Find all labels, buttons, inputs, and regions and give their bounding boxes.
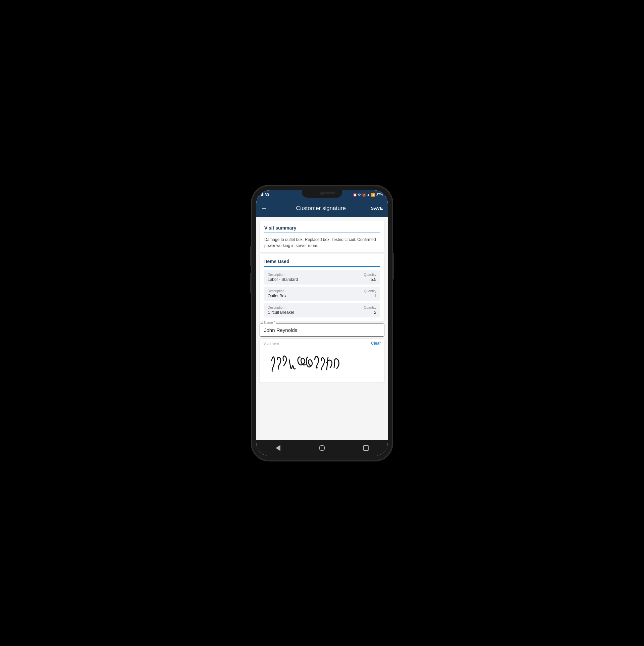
item-2-desc-label: Description <box>268 289 286 293</box>
speaker <box>322 192 335 194</box>
page-title: Customer signature <box>271 205 371 212</box>
status-icons: ⏰ ⚙ 🔕 ▲ 📶 <box>353 193 375 197</box>
app-bar: ← Customer signature SAVE <box>256 200 388 217</box>
visit-summary-card: Visit summary Damage to outlet box. Repl… <box>260 220 384 252</box>
home-icon <box>319 445 325 451</box>
volume-up-button[interactable] <box>250 246 252 266</box>
item-1-quantity-col: Quantity 5.5 <box>364 273 376 282</box>
volume-down-button[interactable] <box>250 273 252 293</box>
back-icon <box>276 445 280 451</box>
item-row-2: Description Outlet Box Quantity 1 <box>264 287 380 301</box>
back-button[interactable]: ← <box>261 204 268 212</box>
name-field-wrapper: Name * <box>260 324 384 337</box>
signature-area[interactable]: Sign here Clear <box>260 339 384 383</box>
items-used-title: Items Used <box>264 259 380 267</box>
items-used-card: Items Used Description Labor - Standard … <box>260 254 384 321</box>
signature-drawing <box>263 347 381 381</box>
recents-icon <box>363 445 369 451</box>
item-1-desc-label: Description <box>268 273 298 277</box>
item-2-description-col: Description Outlet Box <box>268 289 286 298</box>
status-icons-group: ⏰ ⚙ 🔕 ▲ 📶 37% <box>353 193 383 197</box>
item-3-description-col: Description Circuit Breaker <box>268 306 294 315</box>
phone-screen: 4:33 ⏰ ⚙ 🔕 ▲ 📶 37% ← Customer signature … <box>256 190 388 456</box>
sign-here-label: Sign here <box>263 341 279 345</box>
name-field-label: Name * <box>263 321 276 325</box>
screen-content: 4:33 ⏰ ⚙ 🔕 ▲ 📶 37% ← Customer signature … <box>256 190 388 456</box>
item-1-qty-value: 5.5 <box>364 277 376 282</box>
status-time: 4:33 <box>261 193 269 197</box>
clear-button[interactable]: Clear <box>371 341 381 346</box>
item-3-qty-value: 2 <box>364 310 376 315</box>
battery-level: 37% <box>376 193 383 197</box>
item-row-1: Description Labor - Standard Quantity 5.… <box>264 270 380 285</box>
visit-summary-title: Visit summary <box>264 225 380 233</box>
item-3-qty-label: Quantity <box>364 306 376 309</box>
item-2-quantity-col: Quantity 1 <box>364 289 376 298</box>
nav-recents-button[interactable] <box>359 441 373 455</box>
nav-bar <box>256 440 388 456</box>
nav-back-button[interactable] <box>271 441 285 455</box>
visit-summary-text: Damage to outlet box. Replaced box. Test… <box>264 237 380 249</box>
item-2-desc-value: Outlet Box <box>268 294 286 298</box>
item-1-desc-value: Labor - Standard <box>268 277 298 282</box>
power-button[interactable] <box>392 253 394 280</box>
item-3-desc-label: Description <box>268 306 294 309</box>
item-2-qty-value: 1 <box>364 294 376 298</box>
item-1-qty-label: Quantity <box>364 273 376 277</box>
item-3-desc-value: Circuit Breaker <box>268 310 294 315</box>
signature-header: Sign here Clear <box>260 339 384 346</box>
nav-home-button[interactable] <box>315 441 329 455</box>
phone-device: 4:33 ⏰ ⚙ 🔕 ▲ 📶 37% ← Customer signature … <box>252 186 392 461</box>
item-row-3: Description Circuit Breaker Quantity 2 <box>264 303 380 317</box>
save-button[interactable]: SAVE <box>371 206 383 211</box>
item-3-quantity-col: Quantity 2 <box>364 306 376 315</box>
signature-canvas[interactable] <box>260 346 384 383</box>
item-1-description-col: Description Labor - Standard <box>268 273 298 282</box>
item-2-qty-label: Quantity <box>364 289 376 293</box>
name-input[interactable] <box>260 324 384 337</box>
main-content: Visit summary Damage to outlet box. Repl… <box>256 217 388 440</box>
